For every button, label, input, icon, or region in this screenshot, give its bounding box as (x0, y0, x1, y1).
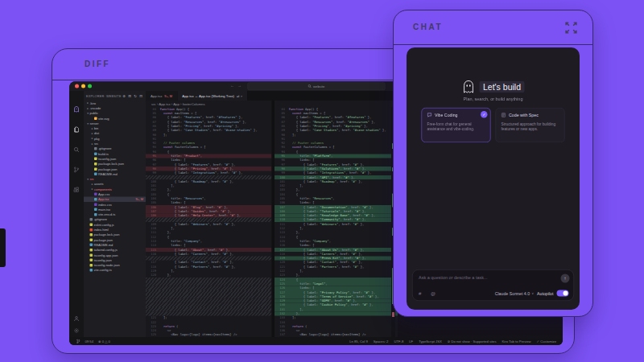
command-search-input[interactable]: website (248, 83, 386, 91)
status-item[interactable]: Ln 85, Col 9 (349, 339, 368, 343)
status-item[interactable]: ⊘ Do not show · Supported sites (448, 339, 497, 343)
tab-diff[interactable]: App.tsx ↔ App.tsx (Working Tree)⇄ × (177, 91, 247, 101)
chat-window: CHAT Let's build Plan, search, or build … (393, 10, 593, 317)
zoom-window-icon[interactable] (88, 84, 92, 88)
account-icon[interactable] (72, 315, 80, 323)
git-branch-icon (76, 339, 80, 343)
status-item[interactable]: Kiro Tab to Preview (502, 339, 531, 343)
diff-pane-modified: 84function App() {85 const navItems = [8… (275, 107, 398, 337)
background-window-edge (0, 228, 6, 267)
chat-title-divider (394, 44, 592, 45)
explorer-action-icons[interactable]: ⊕ ⊞ ↻ ⊟ (122, 94, 143, 98)
status-item[interactable]: LF (409, 339, 413, 343)
chat-window-title: CHAT (413, 23, 443, 31)
diff-window-title: DIFF (85, 60, 110, 68)
autopilot-label: Autopilot (537, 291, 553, 296)
close-window-icon[interactable] (75, 84, 79, 88)
diff-pane-original: 84function App() {85 const navItems = [8… (146, 107, 272, 337)
nav-back-icon[interactable]: ← (230, 83, 234, 88)
minimize-window-icon[interactable] (81, 84, 85, 88)
files-icon[interactable] (72, 125, 80, 134)
context-icons[interactable]: # @ (419, 290, 440, 296)
explorer-title: EXPLORER: WEBSITE (86, 94, 122, 98)
editor-tabs: App.tsx9+, MApp.tsx ↔ App.tsx (Working T… (146, 91, 398, 101)
tree-item-vite-config-ts[interactable]: vite.config.ts (84, 268, 146, 273)
chat-panel: Let's build Plan, search, or build anyth… (407, 47, 580, 310)
chat-header: CHAT (394, 10, 592, 46)
spec-doc-icon (502, 113, 506, 117)
tab-file[interactable]: App.tsx9+, M (146, 91, 177, 101)
status-item[interactable]: Spaces: 2 (374, 339, 389, 343)
autopilot-toggle[interactable] (557, 290, 569, 297)
greeting-title: Let's build (480, 81, 525, 93)
greeting-subtitle: Plan, search, or build anything (407, 97, 580, 101)
chat-input-placeholder: Ask a question or describe a task... (419, 275, 488, 280)
explorer-sidebar: EXPLORER: WEBSITE ⊕ ⊞ ↻ ⊟ ▸.kiro▸.vscode… (84, 91, 146, 337)
model-selector[interactable]: Claude Sonnet 4.0 (495, 291, 530, 296)
search-icon (308, 84, 312, 88)
selected-check-icon: ✓ (481, 111, 488, 118)
source-control-icon[interactable] (72, 166, 80, 174)
settings-icon[interactable] (72, 327, 80, 335)
mode-card-vibe-coding[interactable]: Vibe Coding Free-form chat for general a… (422, 108, 491, 142)
send-icon[interactable]: ↑ (561, 274, 570, 283)
file-tree: ▸.kiro▸.vscode▾publicvite.svg▾server▸bin… (84, 101, 146, 273)
nav-forward-icon[interactable]: → (237, 83, 242, 88)
status-item[interactable]: TypeScript JSX (419, 339, 442, 343)
kiro-ghost-icon (462, 80, 476, 94)
kiro-ghost-icon[interactable] (72, 105, 80, 113)
mode-card-code-with-spec[interactable]: Code with Spec Structured approach for b… (496, 108, 565, 142)
status-item[interactable]: 09:54 (85, 339, 93, 343)
search-icon[interactable] (72, 146, 80, 154)
activity-bar (69, 91, 84, 337)
status-item[interactable]: UTF-8 (394, 339, 403, 343)
chevron-down-icon: ∨ (531, 291, 534, 295)
status-bar: 09:54⊗ 0 △ 0 Ln 85, Col 9Spaces: 2UTF-8L… (69, 337, 563, 345)
expand-arrows-icon[interactable] (564, 21, 578, 35)
chat-bubble-icon (427, 113, 432, 117)
chat-input[interactable]: Ask a question or describe a task... ↑ #… (412, 269, 574, 301)
status-item[interactable]: ✓ Customize (537, 339, 556, 343)
status-item[interactable]: ⊗ 0 △ 0 (98, 339, 110, 343)
extensions-icon[interactable] (72, 186, 80, 194)
